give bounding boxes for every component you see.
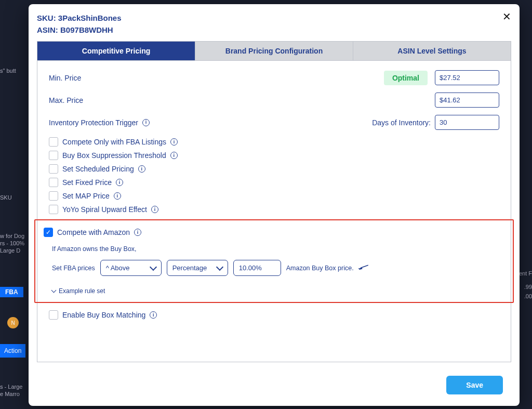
bg-action: Action (0, 344, 25, 358)
info-icon[interactable]: i (150, 311, 157, 319)
tab-brand-config[interactable]: Brand Pricing Configuration (195, 42, 353, 60)
percentage-input[interactable] (233, 260, 281, 276)
amazon-intro-text: If Amazon owns the Buy Box, (52, 245, 498, 253)
option-buybox-suppression[interactable]: Buy Box Suppression Threshold i (49, 151, 499, 160)
checkbox-compete-amazon[interactable]: ✓ (44, 228, 53, 237)
close-icon[interactable]: ✕ (502, 10, 511, 23)
checkbox-buybox-suppression[interactable] (49, 151, 58, 160)
inventory-trigger-row: Inventory Protection Trigger i Days of I… (49, 115, 499, 130)
inventory-trigger-label: Inventory Protection Trigger (49, 118, 138, 127)
checkbox-compete-fba[interactable] (49, 137, 58, 147)
direction-select[interactable]: ^ Above (100, 260, 162, 276)
bg-text: s" butt (0, 68, 16, 74)
option-label: Set Scheduled Pricing (62, 165, 134, 173)
option-label: Compete Only with FBA Listings (62, 138, 166, 146)
tab-competitive-pricing[interactable]: Competitive Pricing (37, 42, 195, 60)
optimal-badge: Optimal (384, 71, 428, 85)
type-select[interactable]: Percentage (167, 260, 228, 276)
background-left: s" butt SKU w for Dog rs - 100% Large D … (0, 0, 29, 409)
amazon-tail-text: Amazon Buy Box price. (286, 265, 354, 272)
sku-value: 3PackShinBones (58, 14, 122, 22)
checkbox-fixed-price[interactable] (49, 178, 58, 187)
option-enable-bb-matching[interactable]: Enable Buy Box Matching i (49, 310, 499, 320)
info-icon[interactable]: i (142, 119, 150, 126)
info-icon[interactable]: i (170, 138, 178, 146)
info-icon[interactable]: i (114, 192, 121, 200)
bg-text: Large D (0, 247, 20, 254)
info-icon[interactable]: i (170, 152, 178, 159)
save-button[interactable]: Save (446, 376, 503, 394)
option-label: Set MAP Price (62, 192, 110, 200)
min-price-label: Min. Price (49, 74, 81, 82)
max-price-input[interactable] (435, 93, 499, 108)
tab-asin-settings[interactable]: ASIN Level Settings (353, 42, 511, 60)
option-map-price[interactable]: Set MAP Price i (49, 191, 499, 201)
info-icon[interactable]: i (151, 206, 158, 213)
asin-label: ASIN: (37, 25, 58, 34)
asin-header: ASIN: B097B8WDHH (37, 24, 511, 36)
option-label: Buy Box Suppression Threshold (62, 151, 166, 160)
bg-text: w for Dog (0, 233, 24, 239)
min-price-input[interactable] (435, 70, 499, 85)
bg-text: rs - 100% (0, 240, 24, 246)
tab-bar: Competitive Pricing Brand Pricing Config… (37, 41, 511, 61)
option-label: Set Fixed Price (62, 178, 112, 187)
checkbox-enable-bb-matching[interactable] (49, 310, 58, 320)
example-label: Example rule set (59, 287, 105, 295)
option-scheduled-pricing[interactable]: Set Scheduled Pricing i (49, 164, 499, 174)
bg-avatar: N (0, 307, 19, 328)
option-fixed-price[interactable]: Set Fixed Price i (49, 178, 499, 187)
checkbox-scheduled-pricing[interactable] (49, 164, 58, 174)
min-price-row: Min. Price Optimal (49, 70, 499, 85)
pricing-modal: ✕ SKU: 3PackShinBones ASIN: B097B8WDHH C… (29, 4, 520, 406)
asin-value: B097B8WDHH (60, 25, 113, 34)
sku-label: SKU: (37, 14, 56, 22)
option-compete-fba[interactable]: Compete Only with FBA Listings i (49, 137, 499, 147)
sku-header: SKU: 3PackShinBones (37, 12, 511, 24)
info-icon[interactable]: i (134, 229, 141, 236)
broom-icon[interactable] (356, 260, 372, 276)
max-price-row: Max. Price (49, 93, 499, 108)
svg-line-0 (361, 262, 368, 270)
tab-content: Min. Price Optimal Max. Price Inventory … (37, 61, 511, 362)
set-fba-label: Set FBA prices (52, 265, 95, 272)
bg-text: e Marro (0, 391, 20, 397)
checkbox-yoyo[interactable] (49, 205, 58, 214)
max-price-label: Max. Price (49, 96, 83, 104)
example-rule-set-toggle[interactable]: Example rule set (52, 287, 498, 295)
chevron-down-icon (51, 288, 57, 293)
info-icon[interactable]: i (138, 165, 145, 173)
bg-fba-badge: FBA (0, 287, 23, 297)
checkbox-map-price[interactable] (49, 191, 58, 201)
option-yoyo[interactable]: YoYo Spiral Upward Effect i (49, 205, 499, 214)
option-label: YoYo Spiral Upward Effect (62, 205, 147, 214)
compete-amazon-highlight: ✓ Compete with Amazon i If Amazon owns t… (34, 219, 514, 303)
info-icon[interactable]: i (116, 179, 123, 186)
option-compete-amazon[interactable]: ✓ Compete with Amazon i (44, 228, 498, 237)
option-label: Compete with Amazon (57, 228, 130, 236)
bg-text: SKU (0, 194, 12, 201)
bg-text: s - Large (0, 384, 22, 390)
days-of-inventory-input[interactable] (435, 115, 499, 130)
option-label: Enable Buy Box Matching (62, 311, 145, 319)
days-of-inventory-label: Days of Inventory: (372, 118, 431, 127)
